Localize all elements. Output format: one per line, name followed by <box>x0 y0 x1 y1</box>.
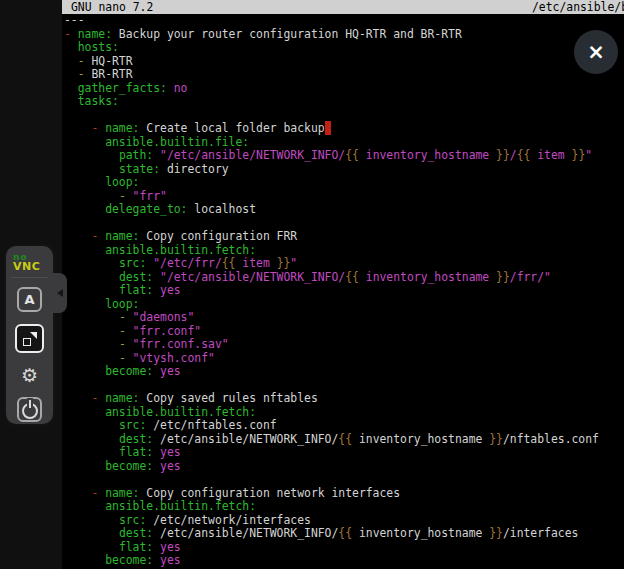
nano-filename-label: /etc/ansible/b <box>532 0 624 14</box>
editor-line[interactable]: ansible.builtin.fetch: <box>64 406 622 420</box>
editor-line[interactable]: flat: yes <box>64 284 622 298</box>
novnc-logo: no VNC <box>6 246 53 272</box>
editor-line[interactable] <box>64 217 622 231</box>
editor-line[interactable]: dest: "/etc/ansible/NETWORK_INFO/{{ inve… <box>64 271 622 285</box>
power-icon <box>22 403 38 419</box>
editor-line[interactable]: - HQ-RTR <box>64 55 622 69</box>
editor-line[interactable]: become: yes <box>64 460 622 474</box>
editor-line[interactable]: flat: yes <box>64 446 622 460</box>
vnc-control-bar: no VNC A ⚙ <box>6 246 53 424</box>
editor-content[interactable]: ---- name: Backup your router configurat… <box>64 14 622 568</box>
editor-line[interactable]: - "vtysh.conf" <box>64 352 622 366</box>
terminal-window: GNU nano 7.2 /etc/ansible/b ---- name: B… <box>62 0 624 569</box>
keyboard-button[interactable]: A <box>17 287 42 312</box>
editor-line[interactable]: loop: <box>64 176 622 190</box>
control-bar-handle[interactable] <box>53 273 67 313</box>
novnc-logo-bottom: VNC <box>13 261 53 272</box>
settings-button[interactable]: ⚙ <box>17 363 42 388</box>
editor-line[interactable]: - name: Create local folder backup <box>64 122 622 136</box>
editor-line[interactable]: ansible.builtin.file: <box>64 136 622 150</box>
vnc-screen: GNU nano 7.2 /etc/ansible/b ---- name: B… <box>0 0 624 569</box>
editor-line[interactable]: src: /etc/nftables.conf <box>64 419 622 433</box>
editor-line[interactable]: - BR-RTR <box>64 68 622 82</box>
editor-line[interactable]: ansible.builtin.fetch: <box>64 244 622 258</box>
chevron-left-icon <box>57 289 63 297</box>
editor-line[interactable]: tasks: <box>64 95 622 109</box>
editor-line[interactable]: src: /etc/network/interfaces <box>64 514 622 528</box>
keyboard-icon: A <box>24 292 34 307</box>
editor-line[interactable] <box>64 379 622 393</box>
editor-line[interactable]: - name: Copy configuration FRR <box>64 230 622 244</box>
editor-line[interactable]: - name: Copy saved rules nftables <box>64 392 622 406</box>
power-button[interactable] <box>17 397 42 422</box>
editor-line[interactable]: - "daemons" <box>64 311 622 325</box>
editor-line[interactable]: hosts: <box>64 41 622 55</box>
nano-version-label: GNU nano 7.2 <box>71 0 153 14</box>
editor-line[interactable]: ansible.builtin.fetch: <box>64 500 622 514</box>
editor-line[interactable] <box>64 109 622 123</box>
gear-icon: ⚙ <box>21 366 38 385</box>
close-button[interactable]: × <box>574 30 618 74</box>
editor-line[interactable]: path: "/etc/ansible/NETWORK_INFO/{{ inve… <box>64 149 622 163</box>
editor-line[interactable]: - "frr" <box>64 190 622 204</box>
editor-line[interactable] <box>64 473 622 487</box>
fullscreen-icon <box>23 332 37 346</box>
editor-line[interactable]: --- <box>64 14 622 28</box>
control-bar-divider <box>11 277 48 278</box>
editor-line[interactable]: loop: <box>64 298 622 312</box>
editor-line[interactable]: dest: /etc/ansible/NETWORK_INFO/{{ inven… <box>64 433 622 447</box>
editor-line[interactable]: - name: Copy configuration network inter… <box>64 487 622 501</box>
editor-line[interactable]: become: yes <box>64 554 622 568</box>
editor-line[interactable]: - name: Backup your router configuration… <box>64 28 622 42</box>
editor-line[interactable]: gather_facts: no <box>64 82 622 96</box>
close-icon: × <box>587 42 605 63</box>
editor-line[interactable]: - "frr.conf.sav" <box>64 338 622 352</box>
editor-line[interactable]: become: yes <box>64 365 622 379</box>
editor-line[interactable]: delegate_to: localhost <box>64 203 622 217</box>
fullscreen-button[interactable] <box>15 324 44 353</box>
editor-line[interactable]: - "frr.conf" <box>64 325 622 339</box>
editor-line[interactable]: state: directory <box>64 163 622 177</box>
editor-line[interactable]: dest: /etc/ansible/NETWORK_INFO/{{ inven… <box>64 527 622 541</box>
editor-line[interactable]: src: "/etc/frr/{{ item }}" <box>64 257 622 271</box>
nano-title-bar: GNU nano 7.2 /etc/ansible/b <box>62 0 624 14</box>
editor-line[interactable]: flat: yes <box>64 541 622 555</box>
